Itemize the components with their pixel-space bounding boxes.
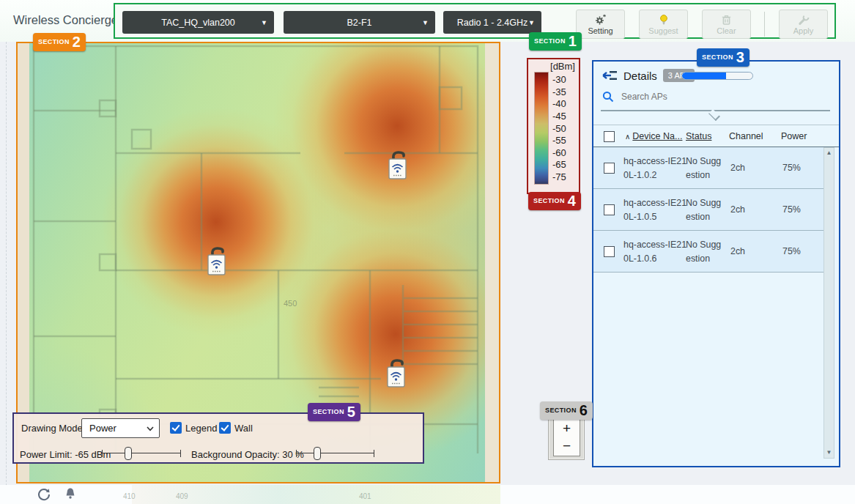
- device-name: hq-access-IE210L-1.0.5: [623, 196, 689, 224]
- room-label: 401: [359, 492, 371, 500]
- power-limit-slider[interactable]: [102, 447, 181, 460]
- power-limit-label: Power Limit: -65 dBm: [20, 445, 111, 464]
- device-status: No Suggestion: [686, 196, 724, 224]
- lightbulb-icon: [658, 14, 670, 26]
- trash-icon: [721, 14, 732, 26]
- section-4-badge: SECTION4: [528, 192, 581, 210]
- access-point-icon[interactable]: [205, 246, 227, 277]
- network-dropdown[interactable]: TAC_HQ_vlan200 ▼: [122, 11, 274, 34]
- sort-asc-icon: ∧: [625, 133, 630, 141]
- legend-tick: -75: [552, 172, 566, 182]
- section-6-badge: SECTION6: [540, 401, 593, 420]
- device-power: 75%: [782, 189, 801, 231]
- row-checkbox[interactable]: [604, 163, 615, 174]
- floor-dropdown[interactable]: B2-F1 ▼: [284, 11, 435, 34]
- scrollbar[interactable]: ▲ ▼: [823, 147, 834, 459]
- checkbox-checked-icon: [219, 422, 231, 434]
- suggest-button[interactable]: Suggest: [639, 10, 688, 39]
- search-input[interactable]: [621, 92, 797, 102]
- legend-tick: -45: [552, 111, 566, 121]
- legend-tick: -40: [552, 99, 566, 108]
- chevron-down-icon: [147, 426, 154, 431]
- table-row[interactable]: hq-access-IE210L-1.0.6 No Suggestion 2ch…: [593, 231, 824, 273]
- background-opacity-slider[interactable]: [296, 447, 374, 460]
- drawing-mode-label: Drawing Mode:: [21, 418, 85, 438]
- device-name: hq-access-IE210L-1.0.6: [623, 238, 689, 266]
- radio-dropdown[interactable]: Radio 1 - 2.4GHz ▼: [443, 11, 541, 34]
- details-label: Details: [623, 70, 657, 82]
- page-title: Wireless Concierge: [13, 13, 118, 27]
- device-channel: 2ch: [730, 189, 745, 231]
- legend-checkbox-label: Legend: [185, 423, 217, 434]
- column-power: Power: [781, 131, 807, 141]
- device-name: hq-access-IE210L-1.0.2: [623, 155, 689, 182]
- zoom-in-button[interactable]: +: [553, 419, 580, 438]
- refresh-icon[interactable]: [37, 487, 51, 502]
- details-back-icon[interactable]: [602, 70, 618, 81]
- legend-color-scale: [534, 72, 549, 185]
- access-point-icon[interactable]: [385, 358, 407, 389]
- drawing-mode-select[interactable]: Power: [81, 418, 160, 438]
- drawing-mode-value: Power: [89, 423, 116, 434]
- scroll-down-icon[interactable]: ▼: [826, 449, 832, 456]
- bell-icon[interactable]: [64, 487, 76, 500]
- legend-tick: -55: [552, 136, 566, 145]
- legend-title: [dBm]: [550, 61, 575, 72]
- progress-bar: [681, 72, 753, 80]
- table-row[interactable]: hq-access-IE210L-1.0.2 No Suggestion 2ch…: [593, 147, 824, 189]
- device-channel: 2ch: [730, 231, 745, 273]
- zoom-out-button[interactable]: −: [553, 437, 580, 456]
- section-5-badge: SECTION5: [308, 403, 360, 421]
- legend-checkbox[interactable]: Legend: [170, 422, 217, 434]
- room-label: 450: [284, 299, 297, 308]
- legend-tick: -65: [552, 160, 566, 169]
- wireless-concierge-app: Wireless Concierge TAC_HQ_vlan200 ▼ B2-F…: [0, 0, 855, 504]
- search-icon: [602, 91, 614, 103]
- map-zoom-control: + −: [548, 415, 585, 460]
- power-limit-slider-thumb[interactable]: [125, 447, 132, 460]
- legend-tick: -50: [552, 124, 566, 133]
- device-power: 75%: [782, 147, 801, 189]
- legend-tick: -60: [552, 148, 566, 158]
- device-channel: 2ch: [730, 147, 745, 189]
- apply-button[interactable]: Apply: [779, 10, 828, 39]
- dbm-legend: [dBm] -30 -35 -40 -45 -50 -55 -60 -65 -7…: [527, 58, 580, 194]
- apply-button-label: Apply: [793, 26, 814, 35]
- suggest-button-label: Suggest: [648, 26, 678, 35]
- radio-dropdown-value: Radio 1 - 2.4GHz: [457, 18, 528, 28]
- chevron-down-icon: ▼: [261, 19, 267, 26]
- map-margin-right: [485, 43, 499, 482]
- legend-tick: -35: [552, 87, 566, 97]
- setting-button-label: Setting: [588, 26, 612, 35]
- left-divider: [6, 42, 7, 504]
- room-label: 409: [176, 492, 188, 500]
- background-opacity-slider-thumb[interactable]: [314, 447, 321, 460]
- background-opacity-label: Background Opacity: 30 %: [191, 445, 304, 464]
- column-status[interactable]: Status: [686, 131, 711, 141]
- column-channel: Channel: [729, 131, 763, 141]
- chevron-down-icon: ▼: [528, 19, 535, 26]
- wall-checkbox[interactable]: Wall: [219, 422, 253, 434]
- scroll-up-icon[interactable]: ▲: [826, 149, 832, 157]
- device-status: No Suggestion: [686, 155, 724, 182]
- checkbox-checked-icon: [170, 422, 182, 434]
- wall-checkbox-label: Wall: [234, 423, 253, 434]
- table-header: ∧Device Na... Status Channel Power: [593, 125, 839, 147]
- setting-button[interactable]: Setting: [576, 10, 625, 39]
- ap-table: hq-access-IE210L-1.0.2 No Suggestion 2ch…: [593, 147, 824, 273]
- legend-tick: -30: [552, 75, 566, 84]
- row-checkbox[interactable]: [604, 204, 615, 215]
- section-3-badge: SECTION3: [697, 48, 749, 67]
- floor-dropdown-value: B2-F1: [347, 18, 371, 28]
- table-row[interactable]: hq-access-IE210L-1.0.5 No Suggestion 2ch…: [593, 189, 824, 231]
- clear-button[interactable]: Clear: [702, 10, 751, 39]
- legend-ticks: -30 -35 -40 -45 -50 -55 -60 -65 -75: [552, 75, 566, 182]
- device-status: No Suggestion: [686, 238, 724, 266]
- section-1-badge: SECTION1: [529, 32, 582, 51]
- progress-bar-fill: [682, 73, 726, 79]
- access-point-icon[interactable]: [386, 150, 408, 181]
- wrench-icon: [798, 14, 810, 26]
- select-all-checkbox[interactable]: [604, 131, 615, 142]
- row-checkbox[interactable]: [604, 246, 615, 257]
- clear-button-label: Clear: [717, 26, 736, 35]
